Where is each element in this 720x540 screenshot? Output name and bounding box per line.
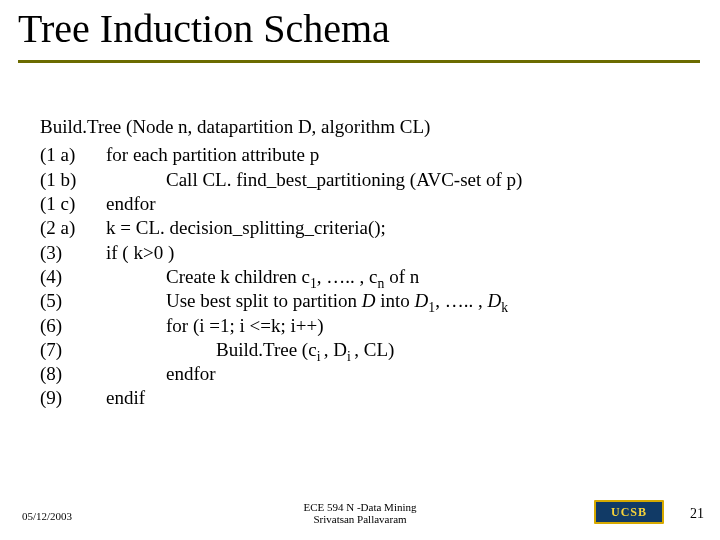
line-label: (1 a) — [40, 143, 106, 167]
line-label: (1 b) — [40, 168, 106, 192]
line-label: (7) — [40, 338, 106, 362]
slide: Tree Induction Schema Build.Tree (Node n… — [0, 0, 720, 540]
code-line: (1 c)endfor — [40, 192, 690, 216]
line-label: (8) — [40, 362, 106, 386]
code-line: (6)for (i =1; i <=k; i++) — [40, 314, 690, 338]
line-label: (1 c) — [40, 192, 106, 216]
line-text: Call CL. find_best_partitioning (AVC-set… — [106, 168, 690, 192]
line-label: (3) — [40, 241, 106, 265]
line-text: Build.Tree (ci , Di , CL) — [106, 338, 690, 362]
line-text: Create k children c1, ….. , cn of n — [106, 265, 690, 289]
line-text: k = CL. decision_splitting_criteria(); — [106, 216, 690, 240]
code-line: (2 a)k = CL. decision_splitting_criteria… — [40, 216, 690, 240]
code-line: (3)if ( k>0 ) — [40, 241, 690, 265]
line-label: (6) — [40, 314, 106, 338]
title-rule: Tree Induction Schema — [18, 0, 700, 63]
line-text: if ( k>0 ) — [106, 241, 690, 265]
code-line: (9)endif — [40, 386, 690, 410]
line-text: endif — [106, 386, 690, 410]
function-args: (Node n, datapartition D, algorithm CL) — [126, 116, 430, 137]
line-text: endfor — [106, 362, 690, 386]
ucsb-logo-text: UCSB — [611, 505, 647, 520]
function-name: Build.Tree — [40, 116, 121, 137]
line-text: for each partition attribute p — [106, 143, 690, 167]
code-line: (7)Build.Tree (ci , Di , CL) — [40, 338, 690, 362]
line-label: (2 a) — [40, 216, 106, 240]
page-number: 21 — [690, 506, 704, 522]
footer: 05/12/2003 ECE 594 N -Data Mining Srivat… — [0, 490, 720, 530]
code-line: (1 a)for each partition attribute p — [40, 143, 690, 167]
line-text: for (i =1; i <=k; i++) — [106, 314, 690, 338]
line-text: endfor — [106, 192, 690, 216]
line-label: (4) — [40, 265, 106, 289]
line-label: (5) — [40, 289, 106, 313]
ucsb-logo: UCSB — [594, 500, 664, 524]
function-signature: Build.Tree (Node n, datapartition D, alg… — [40, 115, 690, 139]
code-line: (4)Create k children c1, ….. , cn of n — [40, 265, 690, 289]
code-lines: (1 a)for each partition attribute p(1 b)… — [40, 143, 690, 410]
code-line: (8)endfor — [40, 362, 690, 386]
code-line: (1 b)Call CL. find_best_partitioning (AV… — [40, 168, 690, 192]
slide-body: Build.Tree (Node n, datapartition D, alg… — [40, 115, 690, 411]
line-text: Use best split to partition D into D1, …… — [106, 289, 690, 313]
slide-title: Tree Induction Schema — [18, 8, 700, 50]
code-line: (5)Use best split to partition D into D1… — [40, 289, 690, 313]
line-label: (9) — [40, 386, 106, 410]
